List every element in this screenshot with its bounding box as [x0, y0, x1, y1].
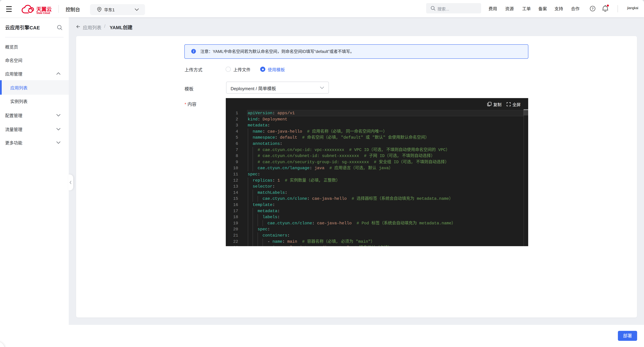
svg-text:?: ? — [592, 7, 594, 10]
